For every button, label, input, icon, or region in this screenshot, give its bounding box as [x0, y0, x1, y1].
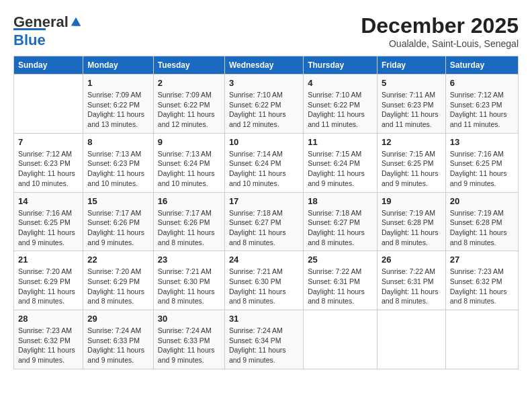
calendar-week-row: 1Sunrise: 7:09 AMSunset: 6:22 PMDaylight…: [14, 75, 519, 134]
day-of-week-header: Thursday: [304, 56, 378, 75]
calendar-week-row: 14Sunrise: 7:16 AMSunset: 6:25 PMDayligh…: [14, 192, 519, 251]
day-info: Sunrise: 7:17 AMSunset: 6:26 PMDaylight:…: [158, 208, 220, 248]
day-number: 20: [450, 196, 514, 206]
day-info: Sunrise: 7:20 AMSunset: 6:29 PMDaylight:…: [18, 267, 79, 306]
calendar-week-row: 28Sunrise: 7:23 AMSunset: 6:32 PMDayligh…: [14, 310, 519, 369]
calendar-body: 1Sunrise: 7:09 AMSunset: 6:22 PMDaylight…: [14, 75, 519, 369]
day-number: 8: [87, 137, 149, 147]
logo: General Blue: [13, 13, 82, 49]
day-info: Sunrise: 7:13 AMSunset: 6:23 PMDaylight:…: [87, 149, 149, 189]
day-number: 9: [158, 137, 220, 147]
day-number: 24: [229, 255, 299, 265]
day-info: Sunrise: 7:09 AMSunset: 6:22 PMDaylight:…: [158, 90, 220, 130]
calendar-cell: 16Sunrise: 7:17 AMSunset: 6:26 PMDayligh…: [153, 192, 224, 251]
day-info: Sunrise: 7:24 AMSunset: 6:33 PMDaylight:…: [87, 326, 149, 365]
calendar-cell: [304, 310, 378, 369]
calendar-cell: 3Sunrise: 7:10 AMSunset: 6:22 PMDaylight…: [224, 75, 303, 134]
logo-blue-text: Blue: [13, 28, 46, 49]
day-info: Sunrise: 7:24 AMSunset: 6:33 PMDaylight:…: [158, 326, 220, 365]
day-number: 31: [229, 314, 299, 324]
calendar-cell: 15Sunrise: 7:17 AMSunset: 6:26 PMDayligh…: [83, 192, 154, 251]
calendar-cell: 17Sunrise: 7:18 AMSunset: 6:27 PMDayligh…: [224, 192, 303, 251]
day-number: 18: [308, 196, 373, 206]
calendar-header-row: SundayMondayTuesdayWednesdayThursdayFrid…: [14, 56, 519, 75]
calendar-cell: 6Sunrise: 7:12 AMSunset: 6:23 PMDaylight…: [445, 75, 518, 134]
calendar-week-row: 21Sunrise: 7:20 AMSunset: 6:29 PMDayligh…: [14, 251, 519, 310]
calendar-cell: 9Sunrise: 7:13 AMSunset: 6:24 PMDaylight…: [153, 133, 224, 192]
day-info: Sunrise: 7:10 AMSunset: 6:22 PMDaylight:…: [308, 90, 373, 130]
calendar-cell: 20Sunrise: 7:19 AMSunset: 6:28 PMDayligh…: [445, 192, 518, 251]
calendar-cell: 27Sunrise: 7:23 AMSunset: 6:32 PMDayligh…: [445, 251, 518, 310]
day-info: Sunrise: 7:23 AMSunset: 6:32 PMDaylight:…: [450, 267, 514, 306]
day-number: 12: [382, 137, 441, 147]
calendar-cell: [377, 310, 445, 369]
day-number: 6: [450, 78, 514, 88]
day-of-week-header: Monday: [83, 56, 154, 75]
day-number: 3: [229, 78, 299, 88]
day-info: Sunrise: 7:18 AMSunset: 6:27 PMDaylight:…: [308, 208, 373, 248]
day-number: 17: [229, 196, 299, 206]
day-of-week-header: Tuesday: [153, 56, 224, 75]
day-number: 11: [308, 137, 373, 147]
day-info: Sunrise: 7:15 AMSunset: 6:24 PMDaylight:…: [308, 149, 373, 189]
calendar-cell: [445, 310, 518, 369]
calendar-cell: 10Sunrise: 7:14 AMSunset: 6:24 PMDayligh…: [224, 133, 303, 192]
calendar-cell: 28Sunrise: 7:23 AMSunset: 6:32 PMDayligh…: [14, 310, 83, 369]
calendar-cell: 8Sunrise: 7:13 AMSunset: 6:23 PMDaylight…: [83, 133, 154, 192]
calendar-cell: 5Sunrise: 7:11 AMSunset: 6:23 PMDaylight…: [377, 75, 445, 134]
calendar-cell: 22Sunrise: 7:20 AMSunset: 6:29 PMDayligh…: [83, 251, 154, 310]
day-info: Sunrise: 7:12 AMSunset: 6:23 PMDaylight:…: [450, 90, 514, 130]
day-number: 5: [382, 78, 441, 88]
calendar-cell: 12Sunrise: 7:15 AMSunset: 6:25 PMDayligh…: [377, 133, 445, 192]
day-number: 4: [308, 78, 373, 88]
day-number: 7: [18, 137, 79, 147]
calendar-cell: 19Sunrise: 7:19 AMSunset: 6:28 PMDayligh…: [377, 192, 445, 251]
title-section: December 2025 Oualalde, Saint-Louis, Sen…: [361, 13, 519, 49]
day-number: 13: [450, 137, 514, 147]
day-info: Sunrise: 7:19 AMSunset: 6:28 PMDaylight:…: [450, 208, 514, 248]
day-info: Sunrise: 7:09 AMSunset: 6:22 PMDaylight:…: [87, 90, 149, 130]
day-info: Sunrise: 7:20 AMSunset: 6:29 PMDaylight:…: [87, 267, 149, 306]
calendar-cell: 7Sunrise: 7:12 AMSunset: 6:23 PMDaylight…: [14, 133, 83, 192]
header: General Blue December 2025 Oualalde, Sai…: [13, 13, 519, 49]
calendar-cell: 23Sunrise: 7:21 AMSunset: 6:30 PMDayligh…: [153, 251, 224, 310]
calendar-cell: 14Sunrise: 7:16 AMSunset: 6:25 PMDayligh…: [14, 192, 83, 251]
day-number: 22: [87, 255, 149, 265]
day-info: Sunrise: 7:13 AMSunset: 6:24 PMDaylight:…: [158, 149, 220, 189]
calendar-cell: 31Sunrise: 7:24 AMSunset: 6:34 PMDayligh…: [224, 310, 303, 369]
calendar-cell: 1Sunrise: 7:09 AMSunset: 6:22 PMDaylight…: [83, 75, 154, 134]
calendar-cell: 13Sunrise: 7:16 AMSunset: 6:25 PMDayligh…: [445, 133, 518, 192]
logo-icon: [70, 16, 82, 28]
calendar-cell: 25Sunrise: 7:22 AMSunset: 6:31 PMDayligh…: [304, 251, 378, 310]
calendar-cell: 18Sunrise: 7:18 AMSunset: 6:27 PMDayligh…: [304, 192, 378, 251]
calendar-cell: 26Sunrise: 7:22 AMSunset: 6:31 PMDayligh…: [377, 251, 445, 310]
day-number: 1: [87, 78, 149, 88]
day-info: Sunrise: 7:22 AMSunset: 6:31 PMDaylight:…: [308, 267, 373, 306]
day-of-week-header: Saturday: [445, 56, 518, 75]
day-number: 30: [158, 314, 220, 324]
calendar-cell: 24Sunrise: 7:21 AMSunset: 6:30 PMDayligh…: [224, 251, 303, 310]
day-info: Sunrise: 7:24 AMSunset: 6:34 PMDaylight:…: [229, 326, 299, 365]
day-info: Sunrise: 7:10 AMSunset: 6:22 PMDaylight:…: [229, 90, 299, 130]
calendar-cell: 30Sunrise: 7:24 AMSunset: 6:33 PMDayligh…: [153, 310, 224, 369]
day-info: Sunrise: 7:14 AMSunset: 6:24 PMDaylight:…: [229, 149, 299, 189]
day-info: Sunrise: 7:22 AMSunset: 6:31 PMDaylight:…: [382, 267, 441, 306]
calendar-cell: 4Sunrise: 7:10 AMSunset: 6:22 PMDaylight…: [304, 75, 378, 134]
calendar-cell: 2Sunrise: 7:09 AMSunset: 6:22 PMDaylight…: [153, 75, 224, 134]
day-number: 2: [158, 78, 220, 88]
calendar-cell: 29Sunrise: 7:24 AMSunset: 6:33 PMDayligh…: [83, 310, 154, 369]
day-info: Sunrise: 7:16 AMSunset: 6:25 PMDaylight:…: [18, 208, 79, 248]
subtitle: Oualalde, Saint-Louis, Senegal: [361, 38, 519, 49]
day-number: 10: [229, 137, 299, 147]
day-of-week-header: Friday: [377, 56, 445, 75]
day-number: 26: [382, 255, 441, 265]
calendar-cell: 21Sunrise: 7:20 AMSunset: 6:29 PMDayligh…: [14, 251, 83, 310]
day-info: Sunrise: 7:23 AMSunset: 6:32 PMDaylight:…: [18, 326, 79, 365]
day-number: 21: [18, 255, 79, 265]
day-number: 29: [87, 314, 149, 324]
day-number: 14: [18, 196, 79, 206]
calendar-table: SundayMondayTuesdayWednesdayThursdayFrid…: [13, 56, 519, 369]
day-number: 27: [450, 255, 514, 265]
day-info: Sunrise: 7:21 AMSunset: 6:30 PMDaylight:…: [229, 267, 299, 306]
day-info: Sunrise: 7:21 AMSunset: 6:30 PMDaylight:…: [158, 267, 220, 306]
